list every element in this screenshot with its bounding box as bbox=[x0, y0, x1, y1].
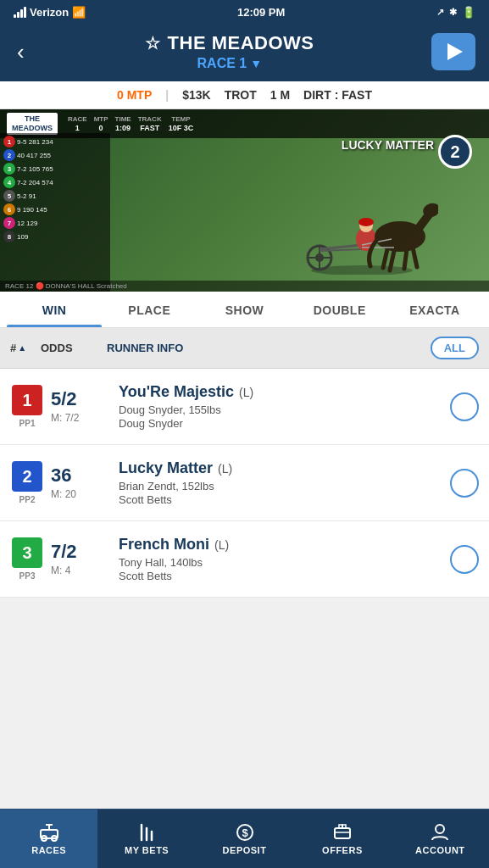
runner-row-2: 2 PP2 36 M: 20 Lucky Matter (L) Brian Ze… bbox=[0, 445, 489, 521]
star-icon: ☆ bbox=[145, 33, 161, 53]
tab-place[interactable]: PLACE bbox=[102, 292, 197, 327]
tab-double[interactable]: DOUBLE bbox=[292, 292, 387, 327]
nav-deposit-label: DEPOSIT bbox=[223, 845, 267, 855]
runner-select-2[interactable] bbox=[450, 469, 479, 498]
tab-win[interactable]: WIN bbox=[7, 292, 102, 327]
runner-trainer-1: Doug Snyder bbox=[119, 417, 443, 430]
status-left: Verizon 📶 bbox=[14, 6, 86, 19]
score-time-header: TIME bbox=[115, 115, 131, 123]
runner-odds-col-2: 36 M: 20 bbox=[51, 465, 112, 499]
runner-number-overlay: 2 bbox=[438, 135, 472, 169]
score-mtp-header: MTP bbox=[94, 115, 108, 123]
video-odds-row-2: 2 40 417 255 bbox=[0, 148, 110, 162]
score-time-col: TIME 1:09 bbox=[115, 115, 131, 132]
runner-name-1: You'Re Majestic bbox=[119, 383, 234, 401]
nav-mybets[interactable]: MY BETS bbox=[97, 810, 195, 868]
runner-morning-odds-3: M: 4 bbox=[51, 565, 112, 576]
svg-point-9 bbox=[358, 218, 374, 226]
distance: 1 M bbox=[270, 88, 290, 102]
race-text: RACE 1 bbox=[197, 56, 247, 71]
svg-point-33 bbox=[436, 825, 444, 833]
video-runner-badge-3: 3 bbox=[3, 163, 15, 175]
bet-tabs: WIN PLACE SHOW DOUBLE EXACTA bbox=[0, 292, 489, 328]
video-runner-badge-8: 8 bbox=[3, 231, 15, 242]
runner-morning-odds-2: M: 20 bbox=[51, 488, 112, 500]
race-label[interactable]: RACE 1 ▼ bbox=[197, 56, 263, 71]
runner-odds-2: 36 bbox=[51, 465, 112, 486]
horse-svg bbox=[269, 173, 438, 275]
pp-label-2: PP2 bbox=[19, 495, 36, 504]
video-odds-row-6: 6 9 190 145 bbox=[0, 203, 110, 216]
runner-select-3[interactable] bbox=[450, 545, 479, 574]
wifi-icon: 📶 bbox=[72, 6, 86, 19]
header-center: ☆ THE MEADOWS RACE 1 ▼ bbox=[28, 32, 431, 71]
video-bottom-bar: RACE 12 🔴 DONNA'S HALL Scratched bbox=[0, 281, 489, 292]
deposit-icon: $ bbox=[236, 823, 254, 842]
runner-number-col-3: 3 PP3 bbox=[10, 537, 44, 581]
svg-text:$: $ bbox=[242, 826, 248, 839]
video-odds-table: 1 9-5 281 234 2 40 417 255 3 7-2 105 765… bbox=[0, 133, 110, 292]
offers-icon bbox=[333, 823, 352, 842]
battery-icon: 🔋 bbox=[462, 6, 475, 19]
bluetooth-icon: ✱ bbox=[449, 7, 457, 18]
runner-number-col-2: 2 PP2 bbox=[10, 461, 44, 504]
status-time: 12:09 PM bbox=[237, 6, 285, 19]
score-track-val: FAST bbox=[140, 124, 159, 132]
races-icon bbox=[39, 823, 59, 842]
video-odds-row-1: 1 9-5 281 234 bbox=[0, 135, 110, 148]
th-odds: ODDS bbox=[41, 342, 100, 354]
svg-rect-19 bbox=[41, 830, 58, 838]
runner-trainer-2: Scott Betts bbox=[119, 493, 443, 506]
nav-mybets-label: MY BETS bbox=[125, 845, 169, 855]
nav-offers[interactable]: OFFERS bbox=[293, 810, 391, 868]
play-button[interactable] bbox=[431, 33, 475, 70]
runner-name-overlay: LUCKY MATTER bbox=[342, 138, 434, 152]
nav-account[interactable]: ACCOUNT bbox=[392, 810, 489, 868]
th-runner: RUNNER INFO bbox=[107, 342, 424, 354]
separator1: | bbox=[165, 88, 169, 102]
svg-rect-29 bbox=[335, 828, 350, 838]
runner-odds-col-1: 5/2 M: 7/2 bbox=[51, 389, 112, 423]
location-icon: ↗ bbox=[436, 7, 444, 18]
pp-label-1: PP1 bbox=[19, 419, 36, 428]
svg-line-15 bbox=[404, 249, 407, 269]
signal-icon bbox=[14, 7, 26, 18]
score-race-val: 1 bbox=[75, 124, 80, 132]
sort-arrow-icon[interactable]: ▲ bbox=[18, 343, 26, 353]
runner-name-line-2: Lucky Matter (L) bbox=[119, 459, 443, 477]
runner-odds-col-3: 7/2 M: 4 bbox=[51, 542, 112, 576]
runner-odds-3: 7/2 bbox=[51, 542, 112, 562]
main-content: THEMEADOWS RACE 1 MTP 0 TIME 1:09 bbox=[0, 109, 489, 657]
runner-badge-3: 3 bbox=[12, 537, 42, 568]
nav-account-label: ACCOUNT bbox=[415, 845, 465, 855]
meadows-logo: THEMEADOWS bbox=[7, 113, 58, 135]
track-condition: DIRT : FAST bbox=[303, 88, 372, 102]
score-track-col: TRACK FAST bbox=[138, 115, 162, 132]
account-icon bbox=[431, 823, 449, 842]
nav-offers-label: OFFERS bbox=[322, 845, 363, 855]
header: ‹ ☆ THE MEADOWS RACE 1 ▼ bbox=[0, 24, 489, 81]
runner-select-1[interactable] bbox=[450, 392, 479, 421]
video-odds-row-7: 7 12 129 bbox=[0, 216, 110, 230]
header-title: ☆ THE MEADOWS bbox=[145, 32, 314, 54]
svg-line-13 bbox=[383, 249, 387, 268]
back-button[interactable]: ‹ bbox=[14, 36, 28, 69]
runner-badge-1: 1 bbox=[12, 385, 42, 415]
svg-rect-31 bbox=[342, 825, 346, 828]
nav-deposit[interactable]: $ DEPOSIT bbox=[196, 810, 293, 868]
tab-show[interactable]: SHOW bbox=[197, 292, 292, 327]
tab-exacta[interactable]: EXACTA bbox=[387, 292, 482, 327]
nav-races-label: RACES bbox=[31, 845, 66, 855]
nav-races[interactable]: RACES bbox=[0, 810, 97, 868]
chevron-down-icon: ▼ bbox=[250, 57, 262, 70]
video-bottom-text: RACE 12 🔴 DONNA'S HALL Scratched bbox=[5, 282, 127, 290]
score-track-header: TRACK bbox=[138, 115, 162, 123]
th-number: # ▲ bbox=[10, 342, 34, 354]
runner-row-3: 3 PP3 7/2 M: 4 French Moni (L) Tony Hall… bbox=[0, 521, 489, 598]
video-runner-badge-1: 1 bbox=[3, 136, 15, 147]
runner-info-col-1: You'Re Majestic (L) Doug Snyder, 155lbs … bbox=[119, 383, 443, 430]
runner-detail-3: Tony Hall, 140lbs bbox=[119, 556, 443, 569]
video-area[interactable]: THEMEADOWS RACE 1 MTP 0 TIME 1:09 bbox=[0, 109, 489, 292]
all-button[interactable]: ALL bbox=[431, 337, 479, 359]
score-temp-header: TEMP bbox=[171, 115, 190, 123]
